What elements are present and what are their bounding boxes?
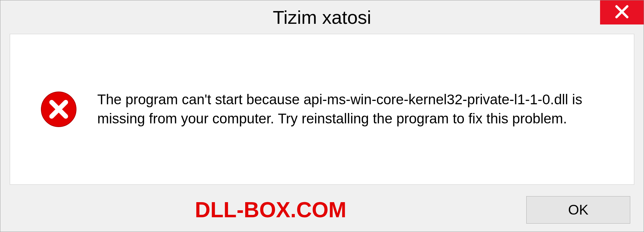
titlebar: Tizim xatosi [0,0,644,34]
dialog-footer: DLL-BOX.COM OK [0,188,644,232]
ok-button[interactable]: OK [526,196,630,224]
watermark-text: DLL-BOX.COM [195,197,346,222]
error-icon [40,91,77,128]
dialog-title: Tizim xatosi [273,6,371,28]
close-button[interactable] [600,0,644,24]
close-icon [614,4,629,20]
error-message: The program can't start because api-ms-w… [97,90,604,128]
content-panel: The program can't start because api-ms-w… [10,34,634,185]
error-dialog: Tizim xatosi The program can't start bec… [0,0,644,232]
